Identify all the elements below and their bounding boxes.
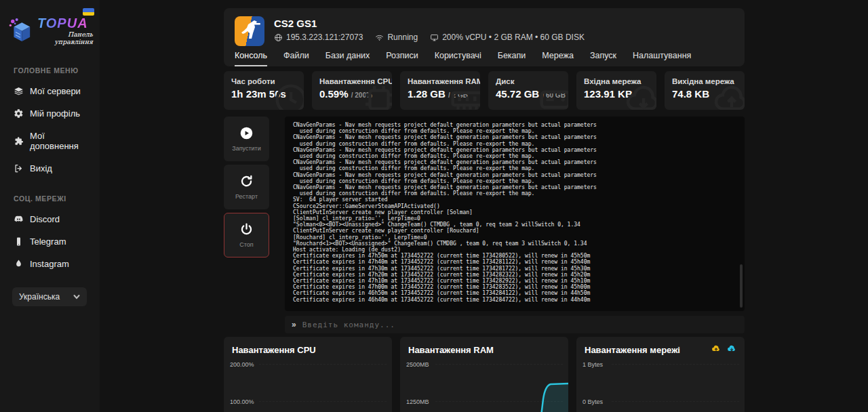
globe-icon [274,33,283,42]
stop-button[interactable]: Стоп [224,213,269,258]
ram-chart-card: Навантаження RAM 2500MB 1250MB [400,337,568,412]
server-tabs: Консоль Файли Бази даних Розписи Користу… [224,51,745,66]
language-value: Українська [19,292,60,302]
prompt-icon: » [292,320,296,329]
network-chart-card: Навантаження мережі 1 Bytes 0 Bytes [576,337,745,412]
ram-area-series [400,337,568,412]
net-y-mid: 0 Bytes [583,398,603,405]
tab-databases[interactable]: Бази даних [326,51,370,66]
tab-files[interactable]: Файли [283,51,309,66]
tab-users[interactable]: Користувачі [435,51,481,66]
sidebar-item-label: Мої сервери [30,86,81,96]
server-header-card: CS2 GS1 195.3.223.121:27073 Running 200%… [224,8,745,66]
sidebar-item-logout[interactable]: Вихід [0,157,100,180]
stat-network-in: Вхідна мережа 123.91 KB [576,71,656,110]
chip-icon [361,81,392,110]
restart-icon [239,174,254,188]
command-input[interactable] [302,321,738,329]
sidebar-item-telegram[interactable]: Telegram [0,230,100,253]
ukraine-flag-icon [83,8,94,16]
server-name: CS2 GS1 [274,18,585,29]
brand-logo: TOPUA Панель управління [0,0,100,46]
console-log-text: CNavGenParams - Nav mesh requests projec… [293,122,736,303]
restart-button[interactable]: Рестарт [224,165,269,209]
sidebar-item-label: Мої доповнення [30,131,96,151]
cs2-game-icon [235,16,264,46]
puzzle-icon [14,136,24,146]
brand-cube-icon [8,15,35,46]
network-legend [711,344,736,353]
gear-icon [14,108,24,119]
stat-disk: Диск 45.72 GB / 60 GB [488,71,568,110]
discord-icon [14,214,24,224]
tab-network[interactable]: Мережа [542,51,574,66]
tab-startup[interactable]: Запуск [590,51,616,66]
power-controls: Запустити Рестарт Стоп [224,117,269,311]
tab-backups[interactable]: Бекапи [498,51,526,66]
sidebar-item-label: Telegram [30,236,66,247]
stat-uptime: Час роботи 1h 23m 50s [224,71,304,110]
brand-name: TOPUA [37,16,93,30]
telegram-icon [14,236,24,247]
charts-row: Навантаження CPU 200.00% 100.00% Наванта… [224,337,745,412]
main-content: CS2 GS1 195.3.223.121:27073 Running 200%… [224,8,745,412]
sidebar-item-label: Мій профіль [30,108,80,119]
main-menu-title: ГОЛОВНЕ МЕНЮ [0,66,100,75]
main-menu: Мої сервери Мій профіль Мої доповнення В… [0,80,100,180]
clock-icon [273,81,304,110]
console-log[interactable]: CNavGenParams - Nav mesh requests projec… [285,117,745,311]
sidebar-item-label: Discord [30,214,60,224]
server-status: Running [375,33,418,42]
cpu-y-mid: 100.00% [230,398,254,405]
brand-tagline: Панель управління [37,30,93,45]
cpu-y-max: 200.00% [230,361,254,368]
stats-row: Час роботи 1h 23m 50s Навантаження CPU 0… [224,71,745,110]
sidebar-item-discord[interactable]: Discord [0,208,100,230]
social-menu: Discord Telegram Instagram [0,208,100,275]
wifi-icon [375,33,384,42]
tab-schedules[interactable]: Розписи [386,51,418,66]
net-y-max: 1 Bytes [583,361,603,368]
sidebar-item-my-servers[interactable]: Мої сервери [0,80,100,102]
sidebar-item-my-addons[interactable]: Мої доповнення [0,125,100,157]
tab-settings[interactable]: Налаштування [633,51,691,66]
sidebar-item-label: Вихід [30,163,52,173]
sidebar-item-instagram[interactable]: Instagram [0,253,100,275]
upload-cloud-icon [711,344,721,353]
instagram-icon [14,259,24,269]
layers-icon [14,86,24,96]
social-title: СОЦ. МЕРЕЖІ [0,194,100,203]
language-select[interactable]: Українська [12,287,87,306]
console-section: Запустити Рестарт Стоп CNavGenParams - N… [224,117,745,333]
server-specs: 200% vCPU • 2 GB RAM • 60 GB DISK [430,33,585,42]
stat-ram: Навантаження RAM 1.28 GB / 2 GB [400,71,480,110]
stat-cpu: Навантаження CPU 0.59% / 200% [312,71,392,110]
sidebar-item-my-profile[interactable]: Мій профіль [0,102,100,125]
command-bar: » [285,316,745,333]
download-cloud-icon [727,344,736,353]
chevron-down-icon [73,293,80,300]
sidebar-item-label: Instagram [30,259,69,269]
monitor-icon [430,33,439,42]
hard-drive-icon [537,81,568,110]
power-icon [239,222,254,236]
memory-icon [449,81,480,110]
cloud-download-icon [625,81,656,110]
server-ip: 195.3.223.121:27073 [274,33,363,42]
start-button[interactable]: Запустити [224,117,269,161]
stat-network-out: Вихідна мережа 74.8 KB [665,71,745,110]
console-scrollbar-thumb[interactable] [740,264,743,308]
cpu-chart-card: Навантаження CPU 200.00% 100.00% [224,337,392,412]
sidebar: TOPUA Панель управління ГОЛОВНЕ МЕНЮ Мої… [0,0,100,412]
play-circle-icon [239,126,254,140]
cloud-upload-icon [713,81,745,110]
logout-icon [14,163,24,173]
tab-console[interactable]: Консоль [235,51,267,66]
